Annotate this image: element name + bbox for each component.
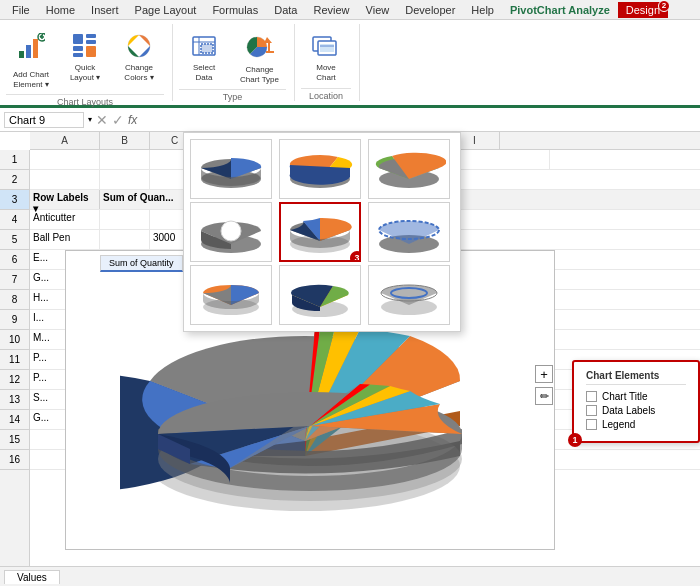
- formula-bar: ▾ ✕ ✓ fx: [0, 108, 700, 132]
- add-chart-element-button[interactable]: Add ChartElement ▾: [6, 28, 56, 94]
- menu-help[interactable]: Help: [463, 2, 502, 18]
- chart-thumb-9[interactable]: [368, 265, 450, 325]
- quick-layout-button[interactable]: QuickLayout ▾: [60, 28, 110, 87]
- select-data-button[interactable]: SelectData: [179, 28, 229, 87]
- sheet-tab-values[interactable]: Values: [4, 570, 60, 584]
- name-box-dropdown[interactable]: ▾: [88, 115, 92, 124]
- chart-thumb-3[interactable]: [368, 139, 450, 199]
- change-chart-type-label: ChangeChart Type: [240, 65, 279, 84]
- row-header-12[interactable]: 12: [0, 370, 29, 390]
- menu-developer[interactable]: Developer: [397, 2, 463, 18]
- location-group: MoveChart Location: [301, 24, 360, 101]
- cell-row-labels[interactable]: Row Labels ▾: [30, 190, 100, 209]
- chart-elements-plus-button[interactable]: +: [535, 365, 553, 383]
- row-header-6[interactable]: 6: [0, 250, 29, 270]
- chart-title-checkbox[interactable]: [586, 391, 597, 402]
- svg-rect-9: [86, 40, 96, 44]
- chart-thumb-4[interactable]: [190, 202, 272, 262]
- location-label: Location: [301, 88, 351, 101]
- legend-label: Legend: [602, 419, 635, 430]
- data-labels-checkbox[interactable]: [586, 405, 597, 416]
- chart-thumb-6[interactable]: [368, 202, 450, 262]
- change-chart-type-button[interactable]: ChangeChart Type: [233, 28, 286, 89]
- row-header-3[interactable]: 3: [0, 190, 29, 210]
- col-header-a[interactable]: A: [30, 132, 100, 149]
- chart-layouts-label: Chart Layouts: [6, 94, 164, 107]
- row-header-8[interactable]: 8: [0, 290, 29, 310]
- menu-view[interactable]: View: [358, 2, 398, 18]
- legend-item[interactable]: Legend: [586, 419, 686, 430]
- cancel-icon[interactable]: ✕: [96, 112, 108, 128]
- cell-ball-pen[interactable]: Ball Pen: [30, 230, 100, 249]
- menu-data[interactable]: Data: [266, 2, 305, 18]
- chart-title-label: Chart Title: [602, 391, 648, 402]
- row-header-5[interactable]: 5: [0, 230, 29, 250]
- svg-rect-7: [73, 34, 83, 44]
- svg-point-31: [221, 221, 241, 241]
- chart-thumb-1[interactable]: [190, 139, 272, 199]
- row-header-11[interactable]: 11: [0, 350, 29, 370]
- row-header-13[interactable]: 13: [0, 390, 29, 410]
- svg-rect-0: [19, 51, 24, 58]
- chart-type-badge: 3: [350, 251, 361, 262]
- svg-rect-2: [33, 39, 38, 58]
- add-chart-icon: [17, 33, 45, 68]
- row-header-1[interactable]: 1: [0, 150, 29, 170]
- chart-thumb-2[interactable]: [279, 139, 361, 199]
- row-header-7[interactable]: 7: [0, 270, 29, 290]
- quick-layout-label: QuickLayout ▾: [70, 63, 100, 82]
- menu-design[interactable]: Design 2: [618, 2, 668, 18]
- name-box[interactable]: [4, 112, 84, 128]
- change-colors-icon: [126, 33, 152, 61]
- cell-b1[interactable]: [100, 150, 150, 169]
- chart-pencil-button[interactable]: ✏: [535, 387, 553, 405]
- svg-rect-11: [73, 53, 83, 57]
- add-chart-label: Add ChartElement ▾: [13, 70, 49, 89]
- svg-rect-17: [201, 44, 213, 53]
- change-colors-label: ChangeColors ▾: [124, 63, 153, 82]
- ribbon: Add ChartElement ▾ QuickLayout ▾: [0, 20, 700, 108]
- chart-title-item[interactable]: Chart Title: [586, 391, 686, 402]
- tab-sum-quantity[interactable]: Sum of Quantity: [100, 255, 183, 272]
- menu-review[interactable]: Review: [305, 2, 357, 18]
- confirm-icon[interactable]: ✓: [112, 112, 124, 128]
- data-labels-label: Data Labels: [602, 405, 655, 416]
- row-header-14[interactable]: 14: [0, 410, 29, 430]
- svg-rect-12: [86, 46, 96, 57]
- select-data-icon: [191, 33, 217, 61]
- row-header-10[interactable]: 10: [0, 330, 29, 350]
- chart-thumbnails-grid: 3: [190, 139, 454, 325]
- col-header-b[interactable]: B: [100, 132, 150, 149]
- chart-layouts-group: Add ChartElement ▾ QuickLayout ▾: [6, 24, 173, 101]
- quick-layout-icon: [72, 33, 98, 61]
- chart-elements-title: Chart Elements: [586, 370, 686, 385]
- chart-type-dropdown: 3: [183, 132, 461, 332]
- menu-page-layout[interactable]: Page Layout: [127, 2, 205, 18]
- row-header-16[interactable]: 16: [0, 450, 29, 470]
- sheet-tabs-bar: Values: [0, 566, 700, 586]
- move-chart-button[interactable]: MoveChart: [301, 28, 351, 87]
- legend-checkbox[interactable]: [586, 419, 597, 430]
- menu-insert[interactable]: Insert: [83, 2, 127, 18]
- menu-formulas[interactable]: Formulas: [204, 2, 266, 18]
- menu-file[interactable]: File: [4, 2, 38, 18]
- row-header-2[interactable]: 2: [0, 170, 29, 190]
- main-content: A B C D E F G H I 1 2 3 4 5 6 7 8 9 10 1…: [0, 132, 700, 584]
- svg-rect-23: [320, 44, 334, 52]
- data-labels-item[interactable]: Data Labels: [586, 405, 686, 416]
- cell-anticutter[interactable]: Anticutter: [30, 210, 100, 229]
- row-header-4[interactable]: 4: [0, 210, 29, 230]
- chart-thumb-7[interactable]: [190, 265, 272, 325]
- menu-home[interactable]: Home: [38, 2, 83, 18]
- chart-thumb-5-selected[interactable]: 3: [279, 202, 361, 262]
- formula-input[interactable]: [141, 110, 696, 130]
- svg-rect-1: [26, 45, 31, 58]
- menu-bar: File Home Insert Page Layout Formulas Da…: [0, 0, 700, 20]
- cell-a1[interactable]: [30, 150, 100, 169]
- row-header-15[interactable]: 15: [0, 430, 29, 450]
- chart-thumb-8[interactable]: [279, 265, 361, 325]
- row-header-9[interactable]: 9: [0, 310, 29, 330]
- change-colors-button[interactable]: ChangeColors ▾: [114, 28, 164, 87]
- chart-elements-badge: 1: [568, 433, 582, 447]
- menu-pivotchart-analyze[interactable]: PivotChart Analyze: [502, 2, 618, 18]
